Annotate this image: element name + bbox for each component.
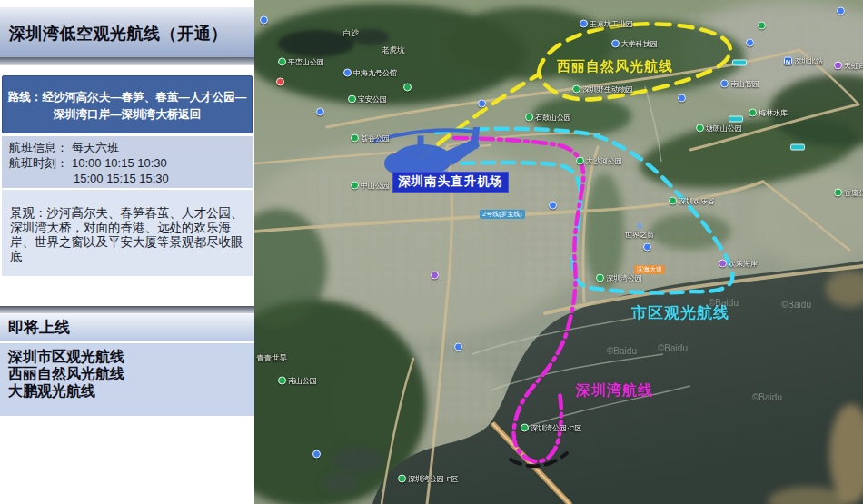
map-place-label: 宝安公园 xyxy=(358,94,387,104)
baidu-watermark: ©Baidu xyxy=(752,392,782,402)
map-pin[interactable] xyxy=(260,16,268,25)
green-pin-icon xyxy=(696,124,704,133)
blue-pin-icon xyxy=(454,343,462,351)
map-pin[interactable] xyxy=(678,94,686,103)
upcoming-route-item: 深圳市区观光航线 xyxy=(8,348,254,365)
map-pin[interactable]: 中海九号公馆 xyxy=(343,68,397,78)
green-pin-icon xyxy=(278,58,286,66)
map-pin[interactable]: 深圳湾公园·C区 xyxy=(521,423,581,433)
green-pin-icon xyxy=(669,197,677,205)
green-pin-icon xyxy=(398,475,406,483)
map-pin[interactable] xyxy=(454,343,462,351)
green-pin-icon xyxy=(834,189,842,197)
upcoming-header-band: 即将上线 xyxy=(0,313,254,341)
map-pin[interactable] xyxy=(478,100,486,108)
upcoming-routes-box: 深圳市区观光航线西丽自然风光航线大鹏观光航线 xyxy=(0,343,254,416)
blue-pin-icon xyxy=(549,202,557,210)
map-place-label: 2号线(罗宝线) xyxy=(482,210,522,219)
map-pin[interactable]: 石鼓山公园 xyxy=(525,113,571,123)
map-place-label: 深圳野生动物园 xyxy=(582,84,633,94)
green-pin-icon xyxy=(351,134,359,143)
route-line-1: 路线：经沙河高尔夫—春笋、春茧—人才公园— xyxy=(3,89,252,106)
blue-pin-icon xyxy=(720,80,729,88)
flight-info-value: 每天六班 xyxy=(72,141,119,154)
map-place-label: 平峦山公园 xyxy=(288,57,324,67)
road-label xyxy=(790,144,805,151)
map-pin[interactable]: 大沙河公园 xyxy=(576,156,622,166)
map-pin[interactable] xyxy=(746,39,754,47)
map-pin[interactable]: 王京坑工业园 xyxy=(580,19,633,29)
map-place-label: 世界之窗 xyxy=(625,230,654,240)
flight-info-label: 航班信息： xyxy=(9,141,68,154)
baidu-watermark: ©Baidu xyxy=(607,346,637,356)
map-place-label: 青青世界 xyxy=(256,353,287,364)
flight-time-line1: 10:00 10:15 10:30 xyxy=(72,156,167,170)
green-pin-icon xyxy=(351,182,359,190)
map-place-label: 荔香公园 xyxy=(361,133,390,143)
map-view: 平峦山公园白沙老虎坑中海九号公馆宝安公园荔香公园中山公园王京坑工业园大学科技园深… xyxy=(254,0,863,504)
green-pin-icon xyxy=(596,274,604,282)
flight-info-box: 航班信息：每天六班 航班时刻：10:00 10:15 10:30 15:00 1… xyxy=(2,136,253,188)
baidu-watermark: ©Baidu xyxy=(709,298,739,308)
green-pin-icon xyxy=(348,95,356,104)
map-pin[interactable] xyxy=(549,202,557,210)
map-pin[interactable]: 深圳湾公园 xyxy=(596,273,642,283)
map-pin[interactable] xyxy=(643,243,651,252)
scenery-box: 景观：沙河高尔夫、春笋春茧、人才公园、深圳湾大桥，对面的香港、远处的欢乐海岸、世… xyxy=(2,190,253,276)
green-pin-icon xyxy=(525,114,533,122)
map-pin[interactable]: 天虹商场 xyxy=(834,61,863,71)
map-pin[interactable]: 南山智园 xyxy=(720,79,759,89)
purple-pin-icon xyxy=(719,260,727,268)
metro-pin-icon: M xyxy=(784,57,792,65)
map-pin[interactable]: 塘朗山公园 xyxy=(696,124,742,133)
map-pin[interactable] xyxy=(316,108,324,116)
slide: 深圳湾低空观光航线（开通） 路线：经沙河高尔夫—春笋、春茧—人才公园— 深圳湾口… xyxy=(0,0,863,504)
map-place-label: 深圳湾公园 xyxy=(606,273,642,283)
panel-title-band: 深圳湾低空观光航线（开通） xyxy=(0,7,254,59)
red-pin-icon xyxy=(276,78,284,86)
map-pin[interactable]: 香蜜公园 xyxy=(834,188,863,198)
blue-pin-icon xyxy=(643,243,651,252)
map-pin[interactable] xyxy=(837,7,845,15)
map-pin[interactable] xyxy=(403,84,412,92)
route-description-box: 路线：经沙河高尔夫—春笋、春茧—人才公园— 深圳湾口岸—深圳湾大桥返回 xyxy=(2,75,253,133)
blue-pin-icon xyxy=(312,450,321,459)
map-place-label: 中海九号公馆 xyxy=(353,68,397,78)
map-pin[interactable] xyxy=(431,272,439,280)
upcoming-route-item: 西丽自然风光航线 xyxy=(8,365,254,382)
map-pin[interactable]: 平峦山公园 xyxy=(278,57,324,67)
baidu-watermark: ©Baidu xyxy=(658,343,688,353)
map-pin[interactable] xyxy=(758,22,766,30)
blue-pin-icon xyxy=(678,94,686,103)
map-pin[interactable]: M深圳北站 xyxy=(784,56,823,66)
map-place-label: 老虎坑 xyxy=(382,45,405,56)
map-pin[interactable]: 南山公园 xyxy=(278,376,317,386)
map-place-label: 塘朗山公园 xyxy=(706,124,742,133)
map-pin[interactable]: 大学科技园 xyxy=(611,39,658,49)
map-pin[interactable] xyxy=(312,450,321,459)
road-label xyxy=(729,116,743,123)
map-place-label: 深圳湾公园·C区 xyxy=(531,423,581,433)
blue-pin-icon xyxy=(316,108,324,116)
purple-pin-icon xyxy=(834,62,842,70)
blue-pin-icon xyxy=(611,40,620,48)
route-line-2: 深圳湾口岸—深圳湾大桥返回 xyxy=(3,106,252,124)
heliport-label: 深圳南头直升机场 xyxy=(392,172,509,193)
map-pin[interactable]: 梅林水库 xyxy=(749,108,788,118)
map-pin[interactable]: 荔香公园 xyxy=(351,133,390,143)
blue-pin-icon xyxy=(260,16,268,25)
map-pin[interactable]: 深圳欢乐谷 xyxy=(669,196,715,206)
map-place-label: 石鼓山公园 xyxy=(535,113,571,123)
flight-time-line2: 15:00 15:15 15:30 xyxy=(74,172,169,185)
map-pin[interactable]: 深圳湾公园·F区 xyxy=(398,474,459,484)
map-pin[interactable] xyxy=(276,78,284,86)
map-pin[interactable]: 宝安公园 xyxy=(348,94,387,104)
map-pin[interactable]: 中山公园 xyxy=(351,181,390,191)
divider xyxy=(0,306,254,313)
map-place-label: 天虹商场 xyxy=(844,61,863,71)
map-pin[interactable]: 深圳野生动物园 xyxy=(572,84,633,94)
map-pin[interactable]: ▲世界之窗 xyxy=(625,219,654,240)
map-pin[interactable]: 欢乐海岸 xyxy=(719,259,758,269)
blue-pin-icon xyxy=(580,20,588,28)
map-place-label: 王京坑工业园 xyxy=(590,19,633,29)
